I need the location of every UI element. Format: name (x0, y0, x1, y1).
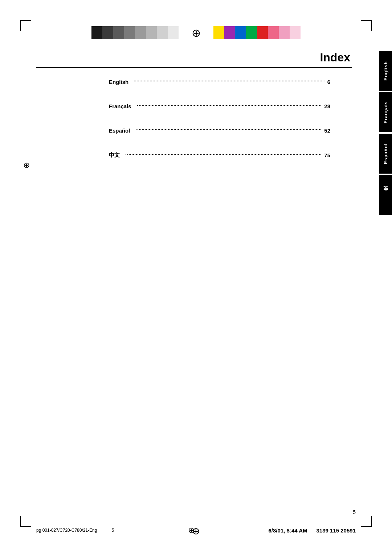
footer-timestamp: 6/8/01, 8:44 AM (269, 527, 307, 534)
color-block (279, 26, 290, 39)
reg-mark-left: ⊕ (21, 160, 32, 171)
color-block (135, 26, 146, 39)
main-content: Index English6Français28Español52中文75 (36, 51, 352, 177)
footer-right: 6/8/01, 8:44 AM 3139 115 20591 (269, 527, 356, 534)
color-block (124, 26, 135, 39)
side-tab-[interactable]: 中文 (379, 175, 392, 215)
top-bar (0, 22, 392, 44)
entry-page: 52 (324, 127, 330, 134)
index-entry: Español52 (109, 127, 330, 134)
entry-page: 75 (324, 152, 330, 158)
side-tab-espaol[interactable]: Español (379, 134, 392, 174)
side-tabs: EnglishFrançaisEspañol中文 (379, 51, 392, 216)
entry-dots (126, 154, 321, 155)
color-block (113, 26, 124, 39)
entry-page: 28 (324, 103, 330, 109)
footer-center: ⊕ (188, 526, 195, 535)
entry-dots (136, 129, 321, 130)
footer-page-num: 5 (111, 528, 114, 533)
color-block (146, 26, 157, 39)
center-crosshair (189, 26, 203, 39)
index-entries: English6Français28Español52中文75 (36, 79, 352, 159)
color-block (224, 26, 235, 39)
page-number: 5 (353, 509, 356, 515)
color-block (102, 26, 113, 39)
color-strip-right (213, 26, 301, 39)
side-tab-franais[interactable]: Français (379, 92, 392, 132)
color-block (257, 26, 268, 39)
color-block (213, 26, 224, 39)
entry-label: 中文 (109, 152, 120, 159)
side-tab-english[interactable]: English (379, 51, 392, 91)
entry-label: English (109, 79, 128, 85)
color-block (268, 26, 279, 39)
entry-page: 6 (327, 79, 330, 85)
corner-bracket-bl (20, 516, 31, 527)
entry-label: Español (109, 127, 130, 134)
entry-dots (134, 81, 324, 81)
index-entry: English6 (109, 79, 330, 85)
footer: pg 001-027/C720-C780/21-Eng 5 ⊕ 6/8/01, … (36, 526, 356, 535)
footer-doc-ref: pg 001-027/C720-C780/21-Eng (36, 528, 97, 533)
color-block (157, 26, 168, 39)
entry-label: Français (109, 103, 131, 109)
corner-bracket-br (361, 516, 372, 527)
page-title: Index (36, 51, 352, 64)
color-block (91, 26, 102, 39)
color-block (235, 26, 246, 39)
footer-product-code: 3139 115 20591 (317, 527, 356, 534)
index-entry: Français28 (109, 103, 330, 109)
color-block (246, 26, 257, 39)
title-rule (36, 67, 352, 68)
color-block (168, 26, 179, 39)
footer-crosshair: ⊕ (188, 526, 195, 535)
entry-dots (137, 105, 322, 106)
footer-left: pg 001-027/C720-C780/21-Eng 5 (36, 528, 114, 533)
index-entry: 中文75 (109, 152, 330, 159)
color-strip-left (91, 26, 179, 39)
color-block (290, 26, 301, 39)
